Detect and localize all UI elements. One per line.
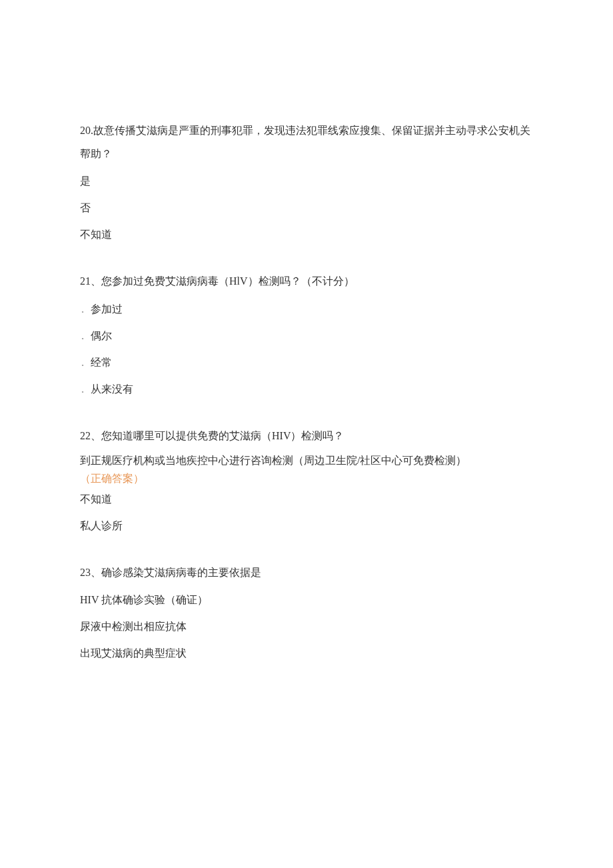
question-text: 21、您参加过免费艾滋病病毒（HlV）检测吗？（不计分） — [80, 269, 533, 293]
answer-option: 尿液中检测出相应抗体 — [80, 613, 533, 640]
answer-option: 不知道 — [80, 486, 533, 513]
question-separator: 、 — [91, 430, 101, 441]
answer-label: 从来没有 — [91, 383, 133, 395]
question-body: 您知道哪里可以提供免费的艾滋病（HIV）检测吗？ — [101, 430, 344, 441]
question-number: 23 — [80, 567, 91, 578]
answer-option: HIV 抗体确诊实验（确证） — [80, 587, 533, 613]
answer-option: 是 — [80, 168, 533, 195]
answer-option: 。从来没有 — [80, 376, 533, 403]
answer-label: 参加过 — [91, 303, 123, 315]
answer-option: 到正规医疗机构或当地疾控中心进行咨询检测（周边卫生院/社区中心可免费检测） — [80, 450, 533, 471]
answer-option: 。参加过 — [80, 296, 533, 323]
bullet-icon: 。 — [81, 386, 88, 393]
answer-label: 偶尔 — [91, 330, 112, 341]
answer-option: 出现艾滋病的典型症状 — [80, 640, 533, 667]
question-text: 23、确诊感染艾滋病病毒的主要依据是 — [80, 561, 533, 584]
question-text: 22、您知道哪里可以提供免费的艾滋病（HIV）检测吗？ — [80, 424, 533, 447]
answer-label: 到正规医疗机构或当地疾控中心进行咨询检测（周边卫生院/社区中心可免费检测） — [80, 455, 466, 466]
answer-label: 经常 — [91, 357, 112, 368]
answer-option: 。偶尔 — [80, 323, 533, 349]
question-23: 23、确诊感染艾滋病病毒的主要依据是 HIV 抗体确诊实验（确证） 尿液中检测出… — [80, 561, 533, 667]
question-body: 故意传播艾滋病是严重的刑事犯罪，发现违法犯罪线索应搜集、保留证据并主动寻求公安机… — [80, 125, 530, 159]
answer-option: 。经常 — [80, 349, 533, 376]
question-separator: 、 — [91, 567, 101, 578]
question-number: 20 — [80, 125, 91, 136]
question-number: 21 — [80, 275, 91, 287]
correct-answer-label: （正确答案） — [80, 471, 533, 486]
answer-option: 不知道 — [80, 221, 533, 248]
question-22: 22、您知道哪里可以提供免费的艾滋病（HIV）检测吗？ 到正规医疗机构或当地疾控… — [80, 424, 533, 540]
question-body: 您参加过免费艾滋病病毒（HlV）检测吗？（不计分） — [101, 275, 354, 287]
bullet-icon: 。 — [81, 359, 88, 367]
question-20: 20.故意传播艾滋病是严重的刑事犯罪，发现违法犯罪线索应搜集、保留证据并主动寻求… — [80, 119, 533, 248]
bullet-icon: 。 — [81, 306, 88, 313]
answer-option: 私人诊所 — [80, 513, 533, 539]
bullet-icon: 。 — [81, 333, 88, 340]
question-number: 22 — [80, 430, 91, 441]
question-body: 确诊感染艾滋病病毒的主要依据是 — [101, 567, 261, 578]
question-21: 21、您参加过免费艾滋病病毒（HlV）检测吗？（不计分） 。参加过 。偶尔 。经… — [80, 269, 533, 402]
question-text: 20.故意传播艾滋病是严重的刑事犯罪，发现违法犯罪线索应搜集、保留证据并主动寻求… — [80, 119, 533, 165]
question-separator: 、 — [91, 275, 101, 287]
answer-option: 否 — [80, 195, 533, 221]
